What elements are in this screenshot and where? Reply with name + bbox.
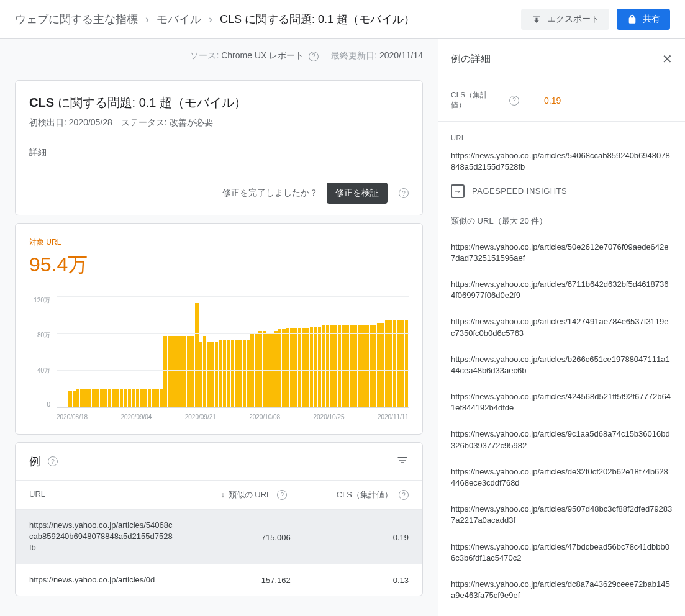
chart-x-axis: 2020/08/182020/09/042020/09/212020/10/08… (57, 414, 409, 420)
status-label: ステータス: (121, 117, 167, 127)
detail-link[interactable]: 詳細 (29, 147, 409, 158)
chart-bar (231, 340, 234, 408)
similar-url-item[interactable]: https://news.yahoo.co.jp/articles/b266c6… (438, 346, 685, 384)
similar-url-item[interactable]: https://news.yahoo.co.jp/articles/50e261… (438, 234, 685, 271)
chart-bar (80, 389, 83, 408)
help-icon[interactable]: ? (48, 456, 58, 466)
similar-url-item[interactable]: https://news.yahoo.co.jp/articles/de32f0… (438, 459, 685, 496)
similar-url-item[interactable]: https://news.yahoo.co.jp/articles/142749… (438, 309, 685, 346)
chart-bar (350, 325, 353, 408)
chart-bar (163, 336, 166, 408)
col-similar-label: 類似の URL (229, 489, 271, 500)
x-tick: 2020/09/04 (120, 414, 152, 420)
chart-metric-value: 95.4万 (29, 251, 409, 279)
chart-bar (385, 320, 388, 408)
col-url-header[interactable]: URL (29, 489, 179, 500)
chart-bar (338, 325, 341, 408)
help-icon[interactable]: ? (399, 188, 409, 198)
chart-bar (389, 320, 392, 408)
help-icon[interactable]: ? (277, 490, 287, 500)
chart-bar (302, 328, 305, 408)
chart-bar (322, 325, 325, 408)
chart-bar (108, 389, 111, 408)
chart-bar (314, 327, 317, 408)
similar-url-item[interactable]: https://news.yahoo.co.jp/articles/424568… (438, 384, 685, 421)
col-cls-header[interactable]: CLS（集計値） ? (312, 489, 409, 500)
breadcrumb-link-vitals[interactable]: ウェブに関する主な指標 (15, 12, 138, 27)
source-value: Chrome UX レポート (221, 50, 304, 60)
fix-prompt: 修正を完了しましたか？ (222, 188, 318, 199)
table-title: 例 (29, 454, 40, 469)
chart-bar (120, 389, 123, 408)
help-icon[interactable]: ? (399, 490, 409, 500)
chart-bar (405, 320, 408, 408)
chart-bar (136, 389, 139, 408)
first-detected-label: 初検出日: (29, 117, 66, 127)
chart-bar (333, 325, 337, 408)
row-cls: 0.19 (315, 520, 409, 554)
help-icon[interactable]: ? (309, 52, 319, 61)
chart-bar (373, 325, 376, 408)
table-row[interactable]: https://news.yahoo.co.jp/articles/0d157,… (16, 564, 422, 596)
y-tick: 40万 (37, 366, 50, 375)
chart-bar (155, 389, 158, 408)
similar-urls-label: 類似の URL（最大 20 件） (438, 208, 685, 234)
similar-url-item[interactable]: https://news.yahoo.co.jp/articles/9507d4… (438, 496, 685, 533)
chart-bar (195, 303, 198, 408)
chart-bar (179, 336, 183, 408)
y-tick: 120万 (34, 296, 50, 305)
chart-bar (223, 340, 226, 408)
similar-url-item[interactable]: https://news.yahoo.co.jp/articles/47bdcb… (438, 534, 685, 571)
export-button[interactable]: エクスポート (521, 9, 609, 30)
download-icon (531, 14, 542, 25)
x-tick: 2020/09/21 (185, 414, 216, 420)
share-button[interactable]: 共有 (617, 9, 670, 30)
pagespeed-insights-link[interactable]: PAGESPEED INSIGHTS (451, 182, 673, 203)
validate-fix-button[interactable]: 修正を検証 (327, 183, 388, 204)
chart-bar (306, 328, 309, 408)
help-icon[interactable]: ? (509, 96, 519, 106)
similar-url-item[interactable]: https://news.yahoo.co.jp/articles/6711b6… (438, 271, 685, 309)
col-similar-header[interactable]: ↓ 類似の URL ? (179, 489, 312, 500)
updated-label: 最終更新日: (331, 50, 377, 60)
similar-url-item[interactable]: https://news.yahoo.co.jp/articles/dc8a7a… (438, 571, 685, 609)
filter-icon[interactable] (396, 454, 409, 469)
chart-bar (393, 320, 396, 408)
issue-card: CLS に関する問題: 0.1 超（モバイル） 初検出日: 2020/05/28… (15, 80, 423, 215)
chart-bar (143, 389, 147, 408)
chart-bar (270, 334, 273, 408)
updated-value: 2020/11/14 (379, 50, 423, 60)
x-tick: 2020/10/25 (314, 414, 345, 420)
close-icon[interactable]: ✕ (662, 52, 673, 66)
chart-bar (342, 325, 345, 408)
chart-bar (128, 389, 131, 408)
chart-bar (310, 327, 313, 408)
export-label: エクスポート (547, 14, 599, 25)
issue-title-strong: CLS (29, 96, 54, 109)
similar-url-item[interactable]: https://news.yahoo.co.jp/articles/9c1aa5… (438, 421, 685, 458)
chart-bar (290, 328, 293, 408)
chart-bar (318, 327, 321, 408)
row-similar: 715,006 (187, 520, 315, 554)
topbar-actions: エクスポート 共有 (521, 9, 670, 30)
chart-area: 120万80万40万0 2020/08/182020/09/042020/09/… (29, 296, 409, 420)
issue-title: CLS に関する問題: 0.1 超（モバイル） (29, 94, 409, 111)
breadcrumb-link-mobile[interactable]: モバイル (157, 12, 201, 27)
y-tick: 80万 (37, 331, 50, 340)
similar-url-item[interactable]: https://news.yahoo.co.jp/articles/fca2e3… (438, 609, 685, 616)
table-row[interactable]: https://news.yahoo.co.jp/articles/54068c… (16, 509, 422, 564)
source-label: ソース: (190, 50, 219, 60)
chart-bar (377, 323, 380, 408)
chart-bar (219, 340, 222, 408)
chart-bar (330, 325, 333, 408)
detail-panel-title: 例の詳細 (451, 53, 662, 66)
chart-bar (215, 342, 218, 408)
detail-metric-label: CLS（集計値） (451, 91, 501, 110)
share-label: 共有 (643, 14, 660, 25)
chart-bar (84, 389, 88, 408)
table-header-row: URL ↓ 類似の URL ? CLS（集計値） ? (16, 480, 422, 509)
chart-bar (365, 325, 368, 408)
topbar: ウェブに関する主な指標 › モバイル › CLS に関する問題: 0.1 超（モ… (0, 0, 685, 39)
main-content: ソース: Chrome UX レポート ? 最終更新日: 2020/11/14 … (0, 39, 438, 616)
x-tick: 2020/11/11 (378, 414, 409, 420)
